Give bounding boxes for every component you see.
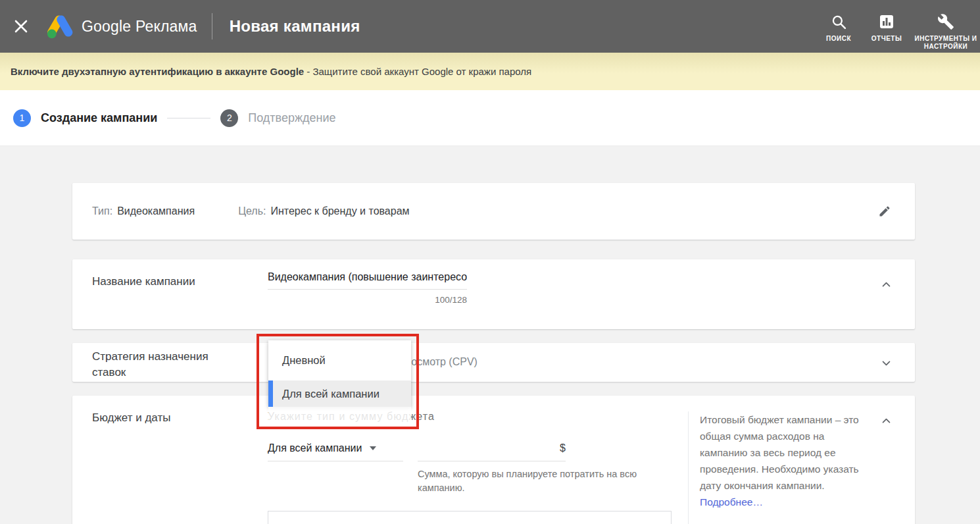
tools-settings-nav-label: ИНСТРУМЕНТЫ И НАСТРОЙКИ [914,35,977,51]
campaign-name-label: Название кампании [92,275,195,288]
close-icon[interactable] [9,14,33,38]
char-counter: 100/128 [268,295,467,305]
budget-dates-label: Бюджет и даты [92,411,170,425]
budget-amount-input[interactable]: $ [418,442,566,461]
collapse-section-button[interactable] [878,413,894,429]
security-notice-bar: Включите двухэтапную аутентификацию в ак… [0,53,980,90]
expand-section-button[interactable] [878,355,894,371]
learn-more-link[interactable]: Подробнее… [700,494,859,510]
notice-rest-text: - Защитите свой аккаунт Google от кражи … [304,66,531,77]
budget-info-panel: Итоговый бюджет кампании – это общая сум… [688,411,859,524]
budget-type-dropdown-menu: Дневной Для всей кампании [268,340,411,427]
budget-amount-helper: Сумма, которую вы планируете потратить н… [418,467,640,495]
dropdown-option-daily[interactable]: Дневной [268,340,411,380]
type-value: Видеокампания [117,205,195,217]
campaign-name-card: Название кампании Видеокампания (повышен… [72,259,915,329]
search-icon [831,13,847,31]
edit-pencil-icon[interactable] [875,202,894,221]
budget-info-text: Итоговый бюджет кампании – это общая сум… [700,411,859,494]
tools-settings-nav-button[interactable]: ИНСТРУМЕНТЫ И НАСТРОЙКИ [914,13,977,51]
chevron-down-icon [370,446,376,450]
budget-dates-card: Бюджет и даты Укажите тип и сумму бюджет… [72,396,915,524]
search-nav-label: ПОИСК [826,35,851,43]
search-nav-button[interactable]: ПОИСК [818,13,859,43]
step-1-circle: 1 [13,109,31,127]
budget-type-select[interactable]: Для всей кампании [268,442,403,461]
step-connector [167,118,210,118]
dropdown-option-whole-campaign[interactable]: Для всей кампании [268,380,411,407]
reports-icon [879,13,894,31]
dropdown-fade [268,407,411,427]
reports-nav-label: ОТЧЕТЫ [871,35,902,43]
header-divider [212,13,212,39]
goal-value: Интерес к бренду и товарам [270,205,409,217]
budget-type-selected-value: Для всей кампании [268,442,362,454]
campaign-name-field[interactable]: Видеокампания (повышение заинтересованно… [268,271,467,305]
step-1-label[interactable]: Создание кампании [41,111,157,125]
brand-name: Google Реклама [82,18,197,36]
campaign-name-input[interactable]: Видеокампания (повышение заинтересованно… [268,271,467,290]
goal-label: Цель: [238,205,266,217]
google-ads-logo-icon [46,14,74,39]
bid-strategy-card: Стратегия назначения ставок Максимальная… [72,343,915,382]
type-label: Тип: [92,205,112,217]
step-2-label[interactable]: Подтверждение [248,111,335,125]
reports-nav-button[interactable]: ОТЧЕТЫ [866,13,908,43]
header-nav: ПОИСК ОТЧЕТЫ ИНСТРУМЕНТЫ И НАСТРОЙКИ [812,2,980,51]
currency-symbol: $ [560,442,566,454]
budget-amount-field: $ Сумма, которую вы планируете потратить… [418,442,566,495]
dates-input-box[interactable] [268,511,672,524]
bid-strategy-label: Стратегия назначения ставок [92,349,243,380]
collapse-section-button[interactable] [878,276,894,292]
app-header: Google Реклама Новая кампания ПОИСК ОТЧЕ… [0,0,980,53]
step-2-circle: 2 [220,109,238,127]
wrench-icon [937,13,954,31]
campaign-summary-card: Тип: Видеокампания Цель: Интерес к бренд… [72,183,915,240]
page-title: Новая кампания [230,17,360,36]
notice-bold-text: Включите двухэтапную аутентификацию в ак… [11,66,304,77]
campaign-stepper: 1 Создание кампании 2 Подтверждение [0,90,980,146]
